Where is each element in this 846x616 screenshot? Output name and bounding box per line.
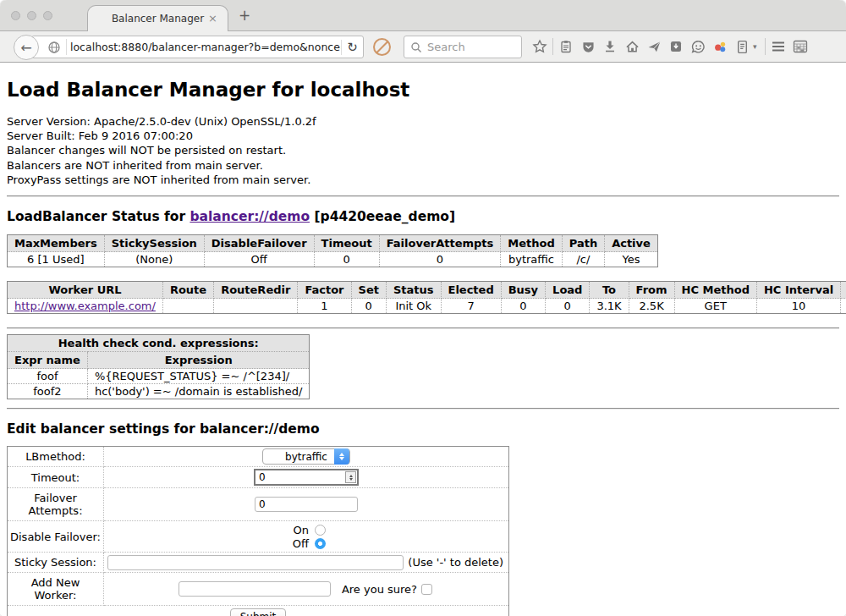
balancer-link[interactable]: balancer://demo xyxy=(190,209,310,224)
worker-table-header-row: Worker URL Route RouteRedir Factor Set S… xyxy=(8,282,846,299)
cell-failoverattempts: 0 xyxy=(379,252,501,267)
edit-balancer-form: LBmethod: bytraffic Timeout: 0 xyxy=(7,446,509,616)
form-row-sticky: Sticky Session: (Use '-' to delete) xyxy=(8,553,509,573)
disable-failover-on-radio[interactable] xyxy=(315,525,326,536)
timeout-input[interactable]: 0 xyxy=(254,469,359,486)
col-header: DisableFailover xyxy=(204,235,314,252)
health-check-table: Health check cond. expressions: Expr nam… xyxy=(7,334,310,399)
col-header: MaxMembers xyxy=(8,235,105,252)
add-worker-label: Add New Worker: xyxy=(8,573,104,606)
form-row-failover: Failover Attempts: xyxy=(8,488,509,521)
server-info: Server Version: Apache/2.5.0-dev (Unix) … xyxy=(7,114,839,187)
cell-expression: hc('body') =~ /domain is established/ xyxy=(87,384,310,399)
menu-icon[interactable] xyxy=(767,37,789,56)
col-header: RouteRedir xyxy=(214,282,298,299)
bookmark-star-icon[interactable] xyxy=(529,37,551,56)
download-icon[interactable] xyxy=(599,37,621,56)
worker-url-link[interactable]: http://www.example.com/ xyxy=(14,300,156,312)
save-to-device-icon[interactable] xyxy=(665,37,687,56)
dropdown-caret-icon[interactable]: ▾ xyxy=(753,42,763,51)
col-header: To xyxy=(590,282,629,299)
edit-settings-heading: Edit balancer settings for balancer://de… xyxy=(7,421,839,437)
window-close-button[interactable] xyxy=(11,11,20,20)
col-header: Set xyxy=(351,282,386,299)
server-version-line: Server Version: Apache/2.5.0-dev (Unix) … xyxy=(7,114,839,129)
col-header: FailoverAttempts xyxy=(379,235,501,252)
sticky-session-input[interactable] xyxy=(107,555,404,570)
form-row-disable-failover: Disable Failover: On Off xyxy=(8,521,509,553)
feedback-smiley-icon[interactable] xyxy=(687,37,709,56)
page-content: Load Balancer Manager for localhost Serv… xyxy=(0,63,846,616)
globe-icon xyxy=(47,41,61,54)
col-header: Status xyxy=(386,282,441,299)
search-box[interactable]: Search xyxy=(404,36,522,58)
toolbar-divider xyxy=(552,38,553,55)
disable-failover-off-radio[interactable] xyxy=(315,538,326,549)
sticky-session-label: Sticky Session: xyxy=(8,553,104,573)
cell-path: /c/ xyxy=(562,252,604,267)
status-table-row: 6 [1 Used] (None) Off 0 0 bytraffic /c/ … xyxy=(8,252,658,267)
cell-load: 0 xyxy=(546,299,590,314)
col-header: Timeout xyxy=(314,235,379,252)
cell-disablefailover: Off xyxy=(204,252,314,267)
cell-maxmembers: 6 [1 Used] xyxy=(8,252,105,267)
reload-icon[interactable]: ↻ xyxy=(341,40,363,55)
window-controls xyxy=(11,11,52,20)
tab-close-icon[interactable]: × xyxy=(208,12,217,25)
pocket-icon[interactable] xyxy=(577,37,599,56)
color-palette-icon[interactable] xyxy=(709,37,731,56)
cell-passes: 1 (0) xyxy=(841,299,846,314)
cell-stickysession: (None) xyxy=(104,252,204,267)
home-icon[interactable] xyxy=(621,37,643,56)
page-title: Load Balancer Manager for localhost xyxy=(7,79,839,101)
health-table-title-row: Health check cond. expressions: xyxy=(8,335,310,352)
add-worker-input[interactable] xyxy=(179,581,331,597)
failover-attempts-input[interactable] xyxy=(255,497,358,512)
send-icon[interactable] xyxy=(643,37,665,56)
col-header: Load xyxy=(546,282,590,299)
lbmethod-select[interactable]: bytraffic xyxy=(262,448,350,465)
notes-icon[interactable] xyxy=(731,37,753,56)
col-header: Method xyxy=(501,235,562,252)
window-minimize-button[interactable] xyxy=(27,11,36,20)
back-arrow-icon: ← xyxy=(20,40,31,56)
search-icon xyxy=(410,41,422,53)
sticky-session-note: (Use '-' to delete) xyxy=(408,556,505,569)
new-tab-button[interactable]: + xyxy=(239,7,250,24)
url-text[interactable]: localhost:8880/balancer-manager?b=demo&n… xyxy=(67,41,341,53)
cell-active: Yes xyxy=(605,252,658,267)
back-button[interactable]: ← xyxy=(14,35,39,60)
select-stepper-icon xyxy=(334,448,349,465)
col-header: Passes xyxy=(841,282,846,299)
col-header: Elected xyxy=(441,282,501,299)
health-table-title: Health check cond. expressions: xyxy=(8,335,310,352)
cell-set: 0 xyxy=(351,299,386,314)
persist-note-line: Balancer changes will NOT be persisted o… xyxy=(7,143,839,157)
navigation-toolbar: ← localhost:8880/balancer-manager?b=demo… xyxy=(0,30,846,63)
are-you-sure-label: Are you sure? xyxy=(342,583,417,596)
col-header: Expr name xyxy=(8,352,88,369)
tab-balancer-manager[interactable]: Balancer Manager × xyxy=(87,5,228,31)
col-header: Route xyxy=(162,282,213,299)
cell-route xyxy=(162,299,213,314)
clipboard-icon[interactable] xyxy=(555,37,577,56)
url-bar[interactable]: localhost:8880/balancer-manager?b=demo&n… xyxy=(31,36,364,58)
health-table-row: foof2 hc('body') =~ /domain is establish… xyxy=(8,384,310,399)
window-zoom-button[interactable] xyxy=(43,11,52,20)
submit-button[interactable]: Submit xyxy=(230,608,287,616)
cell-hc-method: GET xyxy=(674,299,756,314)
search-placeholder: Search xyxy=(427,41,465,53)
browser-window: Balancer Manager × + ← localhost:8880/ba… xyxy=(0,0,846,616)
col-header: Expression xyxy=(87,352,310,369)
are-you-sure-checkbox[interactable] xyxy=(421,584,432,595)
apps-grid-icon[interactable] xyxy=(789,37,811,56)
worker-table: Worker URL Route RouteRedir Factor Set S… xyxy=(7,281,846,314)
col-header: Busy xyxy=(501,282,545,299)
timeout-value: 0 xyxy=(259,471,266,483)
cell-from: 2.5K xyxy=(629,299,674,314)
number-stepper-icon[interactable] xyxy=(345,471,356,483)
block-icon[interactable] xyxy=(373,38,391,56)
disable-failover-label: Disable Failover: xyxy=(8,521,104,553)
cell-expression: %{REQUEST_STATUS} =~ /^[234]/ xyxy=(87,369,310,384)
cell-timeout: 0 xyxy=(314,252,379,267)
